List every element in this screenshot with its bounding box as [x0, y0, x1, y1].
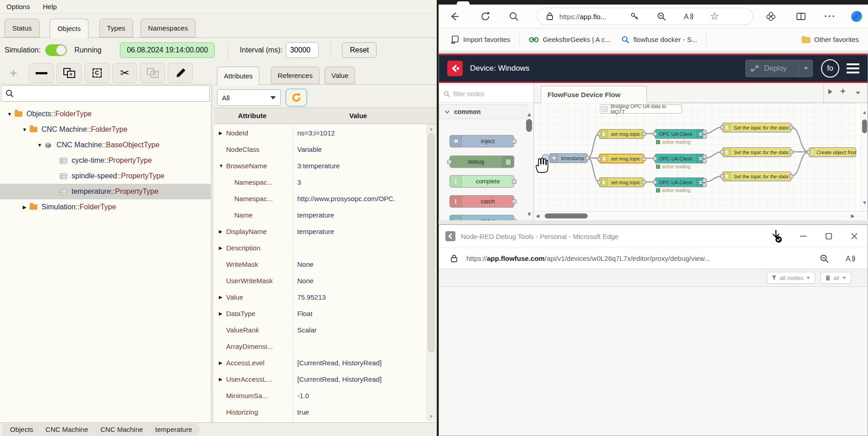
attribute-row-valuerank[interactable]: ValueRankScalar: [214, 322, 437, 338]
output-port[interactable]: [789, 174, 793, 178]
change-node-set-the-topic-3[interactable]: Set the topic for the data: [722, 171, 791, 181]
tree-item-spindle-speed-propertytype[interactable]: spindle-speed::PropertyType: [0, 168, 211, 184]
browser-essentials-button[interactable]: [763, 9, 779, 24]
attribute-row-historizing[interactable]: Historizingtrue: [214, 404, 437, 420]
row-expander-icon[interactable]: ▶: [219, 377, 225, 382]
input-port[interactable]: [597, 157, 601, 161]
input-port[interactable]: [653, 132, 657, 136]
breadcrumb-cnc-machine[interactable]: CNC Machine: [93, 423, 152, 436]
row-expander-icon[interactable]: ▶: [219, 360, 225, 365]
breadcrumb-cnc-machine[interactable]: CNC Machine: [38, 423, 97, 436]
input-port[interactable]: [653, 156, 657, 161]
attribute-row-arraydimensi[interactable]: ArrayDimensi...: [214, 338, 437, 354]
input-port[interactable]: [720, 174, 724, 178]
scrollbar-thumb[interactable]: [862, 119, 867, 133]
input-port[interactable]: [720, 150, 724, 154]
change-node-set-msg-topic-3[interactable]: set msg.topic: [599, 177, 644, 187]
palette-node-catch[interactable]: !catch: [450, 195, 514, 208]
minimize-button[interactable]: [793, 227, 814, 245]
row-expander-icon[interactable]: ▶: [219, 130, 225, 135]
tab-references[interactable]: References: [271, 67, 320, 84]
tab-attributes[interactable]: Attributes: [217, 67, 259, 85]
tree-expander-icon[interactable]: ▶: [20, 204, 30, 210]
palette-scroll-down-icon[interactable]: ▼: [525, 211, 534, 218]
palette-filter-input[interactable]: filter nodes: [439, 85, 533, 103]
simulation-toggle[interactable]: [45, 44, 67, 56]
flow-tab-active[interactable]: FlowFuse Device Flow: [541, 86, 647, 103]
favorite-flowfuse-docker-s[interactable]: flowfuse docker - S...: [616, 32, 703, 47]
input-port[interactable]: [807, 150, 811, 154]
read-aloud-icon[interactable]: A: [845, 254, 856, 264]
tree-item-simulation-foldertype[interactable]: ▶Simulation::FolderType: [0, 199, 211, 215]
split-screen-button[interactable]: [793, 9, 809, 24]
refresh-button[interactable]: [478, 9, 493, 24]
scroll-up-icon[interactable]: ▲: [862, 109, 868, 115]
tree-expander-icon[interactable]: ▼: [5, 111, 15, 117]
tab-objects[interactable]: Objects: [50, 19, 88, 38]
change-node-set-msg-topic-1[interactable]: set msg.topic: [599, 129, 644, 139]
deploy-button[interactable]: Deploy: [745, 60, 813, 77]
tree-item-temperature-propertytype[interactable]: temperature::PropertyType: [0, 184, 211, 199]
attribute-row-minimumsa[interactable]: MinimumSa...-1.0: [214, 387, 437, 404]
row-expander-icon[interactable]: ▶: [219, 245, 225, 250]
copilot-button[interactable]: [849, 9, 864, 24]
change-node-set-the-topic-1[interactable]: Set the topic for the data: [722, 123, 791, 132]
edit-button[interactable]: [168, 63, 193, 83]
cut-button[interactable]: ✂: [112, 63, 137, 83]
favorite-other-favorites[interactable]: Other favorites: [796, 32, 864, 47]
attribute-row-browsename[interactable]: ▼BrowseName3:temperature: [214, 157, 437, 174]
inject-node-timestamp[interactable]: timestamp: [549, 153, 588, 163]
row-expander-icon[interactable]: ▶: [219, 295, 225, 300]
add-flow-button[interactable]: +: [840, 86, 846, 97]
row-expander-icon[interactable]: ▼: [219, 163, 225, 168]
tree-item-cycle-time-propertytype[interactable]: cycle-time::PropertyType: [0, 153, 211, 168]
main-menu-button[interactable]: [847, 63, 859, 73]
attribute-row-namespac[interactable]: Namespac...http://www.prosysopc.com/OPC.: [214, 190, 437, 207]
flow-canvas[interactable]: Bridging OPC UA data to MQTT timestamp s…: [534, 103, 857, 211]
output-port[interactable]: [642, 180, 646, 184]
output-port-1[interactable]: [703, 130, 707, 134]
copy-button[interactable]: C: [84, 63, 109, 83]
opcua-client-node-3[interactable]: OPC UA Client: [655, 177, 705, 187]
debug-window-urlbar[interactable]: https://app.flowfuse.com/api/v1/devices/…: [439, 248, 868, 269]
output-port-1[interactable]: [703, 155, 707, 159]
search-button[interactable]: [506, 9, 522, 24]
refresh-button[interactable]: [285, 88, 307, 107]
canvas-horizontal-scrollbar[interactable]: ◀ ▶: [534, 211, 868, 220]
tab-namespaces[interactable]: Namespaces: [140, 19, 196, 37]
attribute-row-useraccessl[interactable]: ▶UserAccessL...[CurrentRead, HistoryRead…: [214, 371, 437, 387]
attribute-row-nodeclass[interactable]: NodeClassVariable: [214, 141, 437, 157]
palette-category-common[interactable]: common: [439, 104, 527, 119]
change-node-set-msg-topic-2[interactable]: set msg.topic: [599, 154, 644, 163]
output-port-1[interactable]: [703, 178, 707, 182]
settings-menu-button[interactable]: ···: [822, 9, 838, 24]
address-bar[interactable]: https://app.flo... A ☆: [537, 8, 753, 25]
user-avatar[interactable]: fo: [821, 59, 839, 78]
menu-help[interactable]: Help: [36, 0, 63, 13]
read-aloud-icon[interactable]: A: [683, 11, 694, 21]
row-expander-icon[interactable]: ▶: [219, 229, 225, 234]
duplicate-button[interactable]: +: [57, 63, 82, 83]
scrollbar-thumb[interactable]: [545, 213, 588, 218]
output-port[interactable]: [585, 156, 589, 160]
output-port-2[interactable]: [703, 183, 707, 187]
input-port[interactable]: [597, 132, 601, 136]
attribute-row-writemask[interactable]: WriteMaskNone: [214, 256, 437, 272]
attribute-row-nodeid[interactable]: ▶NodeIdns=3;i=1012: [214, 125, 437, 141]
output-port-2[interactable]: [703, 135, 707, 139]
attribute-row-accesslevel[interactable]: ▶AccessLevel[CurrentRead, HistoryRead]: [214, 354, 437, 371]
favorite-geeksforgeeks-a-c[interactable]: GeeksforGeeks | A c...: [523, 32, 616, 47]
palette-node-debug[interactable]: debug: [450, 156, 514, 168]
close-button[interactable]: [844, 227, 865, 245]
tree-expander-icon[interactable]: ▼: [20, 127, 30, 132]
output-port[interactable]: [642, 157, 646, 161]
breadcrumb-temperature[interactable]: temperature: [148, 423, 202, 436]
canvas-vertical-scrollbar[interactable]: ▲ ▼: [861, 103, 868, 211]
download-complete-icon[interactable]: [769, 228, 783, 244]
active-tab-fragment[interactable]: [457, 1, 470, 5]
maximize-button[interactable]: [818, 227, 839, 245]
remove-button[interactable]: [29, 63, 54, 83]
palette-node-status[interactable]: status: [450, 215, 514, 220]
output-port-2[interactable]: [703, 159, 707, 163]
interval-input[interactable]: [286, 42, 319, 58]
